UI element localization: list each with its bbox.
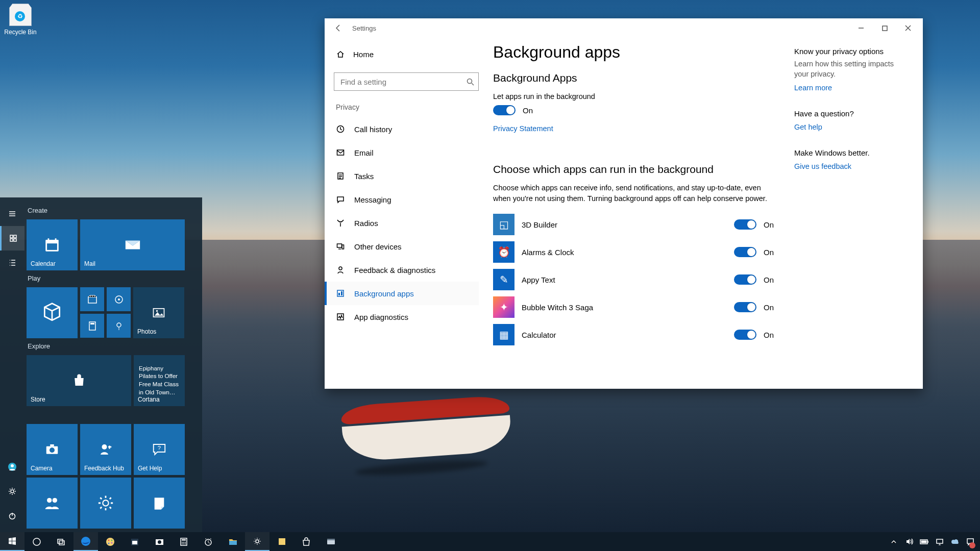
tile-get-help[interactable]: ? Get Help bbox=[134, 424, 185, 475]
start-button[interactable] bbox=[0, 532, 24, 551]
svg-point-37 bbox=[103, 500, 108, 506]
nav-feedback-diagnostics[interactable]: Feedback & diagnostics bbox=[325, 258, 479, 282]
app-row: ✎ Appy Text On bbox=[493, 267, 774, 292]
nav-other-devices[interactable]: Other devices bbox=[325, 235, 479, 258]
maximize-button[interactable] bbox=[873, 18, 896, 38]
group-play[interactable]: Play bbox=[28, 274, 196, 282]
app-toggle[interactable] bbox=[734, 219, 756, 230]
app-toggle[interactable] bbox=[734, 247, 756, 257]
start-settings-button[interactable] bbox=[0, 479, 24, 504]
tile-people[interactable] bbox=[27, 478, 78, 529]
tile-mail[interactable]: Mail bbox=[80, 219, 185, 270]
tile-camera[interactable]: Camera bbox=[27, 424, 78, 475]
start-power-button[interactable] bbox=[0, 504, 24, 528]
tile-cortana[interactable]: Epiphany Pilates to Offer Free Mat Class… bbox=[134, 355, 185, 406]
nav-radios[interactable]: Radios bbox=[325, 211, 479, 235]
give-feedback-link[interactable]: Give us feedback bbox=[794, 162, 851, 170]
master-toggle[interactable] bbox=[493, 105, 516, 115]
learn-more-link[interactable]: Learn more bbox=[794, 84, 832, 92]
home-nav[interactable]: Home bbox=[334, 44, 479, 64]
nav-messaging[interactable]: Messaging bbox=[325, 188, 479, 211]
recycle-bin[interactable]: ♻ Recycle Bin bbox=[2, 4, 39, 36]
app-name: Alarms & Clock bbox=[522, 248, 574, 257]
taskbar-settings[interactable] bbox=[245, 532, 270, 551]
svg-point-17 bbox=[11, 464, 14, 467]
tile-calc[interactable] bbox=[80, 314, 104, 338]
taskbar-calendar[interactable] bbox=[122, 532, 147, 551]
taskbar-app[interactable] bbox=[318, 532, 343, 551]
svg-rect-67 bbox=[928, 541, 929, 543]
search-input[interactable] bbox=[340, 78, 467, 86]
tile-photos[interactable]: Photos bbox=[133, 287, 184, 338]
nav-tasks[interactable]: Tasks bbox=[325, 164, 479, 188]
privacy-statement-link[interactable]: Privacy Statement bbox=[493, 124, 553, 133]
settings-window: Settings Home Privacy Call history bbox=[325, 18, 923, 389]
nav-email[interactable]: Email bbox=[325, 141, 479, 164]
tray-network-icon[interactable] bbox=[933, 532, 946, 551]
taskbar-sticky-notes[interactable] bbox=[270, 532, 294, 551]
get-help-link[interactable]: Get help bbox=[794, 123, 822, 131]
tray-overflow[interactable] bbox=[887, 532, 900, 551]
tasks-icon bbox=[336, 171, 345, 181]
svg-text:?: ? bbox=[158, 445, 161, 451]
tile-feedback-hub[interactable]: Feedback Hub bbox=[80, 424, 131, 475]
tray-action-center[interactable] bbox=[964, 532, 977, 551]
tile-notes[interactable] bbox=[134, 478, 185, 529]
taskbar-edge[interactable] bbox=[74, 532, 98, 551]
start-all-apps-button[interactable] bbox=[0, 251, 24, 275]
nav-call-history[interactable]: Call history bbox=[325, 117, 479, 141]
taskbar-store[interactable] bbox=[294, 532, 318, 551]
app-toggle[interactable] bbox=[734, 274, 756, 285]
tile-maps[interactable] bbox=[107, 314, 131, 338]
svg-rect-5 bbox=[337, 244, 342, 247]
settings-sidebar: Home Privacy Call history Email Tasks bbox=[325, 38, 488, 389]
back-button[interactable] bbox=[328, 18, 349, 38]
minimize-button[interactable] bbox=[849, 18, 873, 38]
taskbar-explorer[interactable] bbox=[220, 532, 245, 551]
start-expand-button[interactable] bbox=[0, 202, 24, 226]
tile-3d[interactable] bbox=[27, 287, 78, 338]
email-icon bbox=[336, 148, 345, 157]
settings-aside: Know your privacy options Learn how this… bbox=[779, 43, 908, 389]
tile-calendar[interactable]: Calendar bbox=[27, 219, 78, 270]
svg-point-46 bbox=[111, 542, 113, 543]
svg-point-31 bbox=[50, 447, 55, 453]
taskbar-alarms[interactable] bbox=[196, 532, 220, 551]
app-toggle[interactable] bbox=[734, 330, 756, 340]
tile-movies[interactable] bbox=[80, 287, 104, 311]
home-label: Home bbox=[353, 50, 374, 59]
app-toggle[interactable] bbox=[734, 302, 756, 312]
tray-volume-icon[interactable] bbox=[902, 532, 916, 551]
taskbar-camera[interactable] bbox=[147, 532, 172, 551]
group-explore[interactable]: Explore bbox=[28, 342, 196, 350]
svg-point-1 bbox=[468, 79, 472, 83]
close-button[interactable] bbox=[896, 18, 920, 38]
task-view-button[interactable] bbox=[49, 532, 74, 551]
tray-onedrive-icon[interactable] bbox=[948, 532, 962, 551]
tile-settings[interactable] bbox=[80, 478, 131, 529]
svg-rect-22 bbox=[88, 297, 96, 303]
search-box[interactable] bbox=[334, 72, 479, 91]
nav-background-apps[interactable]: Background apps bbox=[325, 282, 479, 305]
start-pinned-button[interactable] bbox=[0, 226, 24, 251]
start-menu: Create Calendar Mail Play bbox=[0, 197, 202, 532]
start-user-button[interactable] bbox=[0, 455, 24, 479]
taskbar-calculator[interactable] bbox=[172, 532, 196, 551]
svg-rect-8 bbox=[337, 290, 344, 296]
svg-point-35 bbox=[47, 498, 52, 503]
nav-app-diagnostics[interactable]: App diagnostics bbox=[325, 305, 479, 329]
app-toggle-state: On bbox=[764, 220, 774, 229]
app-name: Appy Text bbox=[522, 276, 555, 284]
app-name: Bubble Witch 3 Saga bbox=[522, 303, 593, 312]
svg-point-24 bbox=[118, 298, 120, 300]
tray-battery-icon[interactable] bbox=[918, 532, 931, 551]
app-list: ◱ 3D Builder On ⏰ Alarms & Clock On ✎ Ap… bbox=[493, 212, 774, 347]
taskbar-paint[interactable] bbox=[98, 532, 122, 551]
svg-rect-68 bbox=[937, 539, 943, 543]
app-icon: ⏰ bbox=[493, 241, 514, 263]
tile-store[interactable]: Store bbox=[27, 355, 131, 406]
tile-groove[interactable] bbox=[107, 287, 131, 311]
cortana-button[interactable] bbox=[24, 532, 49, 551]
svg-point-33 bbox=[102, 444, 107, 449]
group-create[interactable]: Create bbox=[28, 207, 196, 214]
